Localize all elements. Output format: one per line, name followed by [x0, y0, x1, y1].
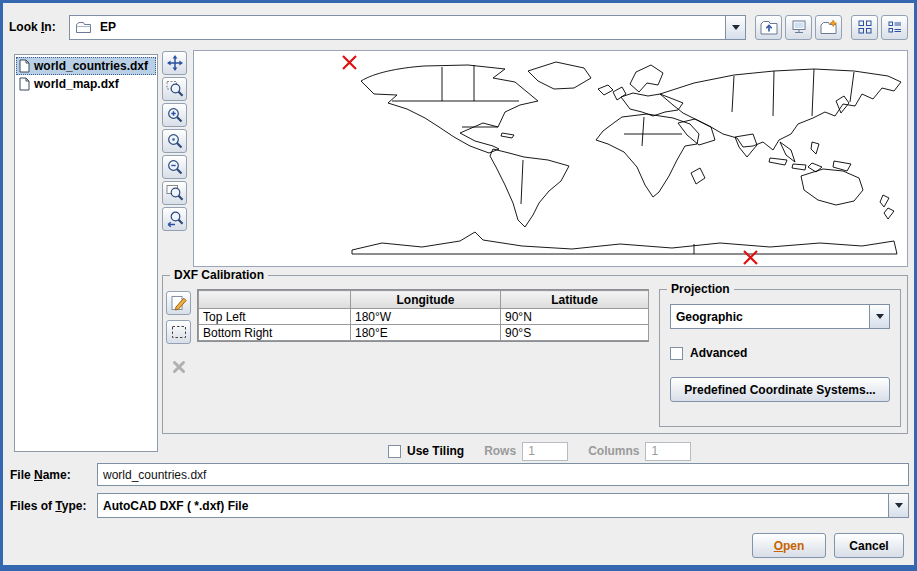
world-map-drawing [342, 54, 904, 260]
look-in-dropdown-button[interactable] [725, 16, 745, 39]
advanced-label: Advanced [690, 346, 747, 360]
map-preview-area [162, 50, 908, 267]
zoom-previous-icon [166, 210, 184, 228]
details-view-button[interactable] [881, 15, 908, 40]
desktop-button[interactable] [785, 15, 812, 40]
grid-view-button[interactable] [851, 15, 878, 40]
projection-title: Projection [667, 282, 734, 296]
advanced-checkbox[interactable] [670, 347, 683, 360]
dxf-calibration-group: DXF Calibration Longitude Latitude [162, 275, 908, 434]
latitude-cell[interactable]: 90°N [501, 309, 649, 325]
look-in-combobox[interactable]: EP [69, 15, 746, 40]
zoom-extents-icon [166, 184, 184, 202]
files-of-type-label-text2: ype: [62, 499, 87, 513]
files-of-type-label-text: Files of [10, 499, 55, 513]
dialog-actions: Open Cancel [752, 533, 904, 558]
pan-icon [166, 54, 184, 72]
delete-calibration-button [166, 355, 191, 379]
details-view-icon [887, 19, 903, 35]
look-in-label: Look In: [9, 20, 69, 34]
calibration-table: Longitude Latitude Top Left 180°W 90°N B… [197, 289, 649, 342]
tiling-row: Use Tiling Rows Columns [162, 440, 908, 462]
top-left-cross-marker[interactable] [341, 54, 358, 71]
projection-dropdown-button[interactable] [869, 305, 889, 328]
projection-combobox[interactable]: Geographic [670, 304, 890, 329]
zoom-in-icon [166, 106, 184, 124]
file-name-label-mnemonic: N [34, 468, 43, 482]
zoom-in-button[interactable] [162, 103, 187, 127]
delete-icon [170, 358, 188, 376]
zoom-out-icon [166, 158, 184, 176]
table-row-bottom-right: Bottom Right 180°E 90°S [199, 325, 649, 341]
look-in-label-text2: n: [44, 20, 55, 34]
use-tiling-label: Use Tiling [407, 444, 464, 458]
edit-calibration-button[interactable] [166, 291, 191, 315]
latitude-column-header: Latitude [501, 291, 649, 309]
new-folder-icon [820, 19, 838, 35]
projection-group: Projection Geographic Advanced Predefine… [659, 289, 901, 427]
columns-label: Columns [588, 444, 639, 458]
look-in-bar: Look In: EP [9, 14, 908, 40]
zoom-selected-icon [166, 132, 184, 150]
zoom-extents-button[interactable] [162, 181, 187, 205]
edit-icon [170, 294, 188, 312]
file-name-row: File Name: [10, 462, 909, 487]
file-list-item[interactable]: world_map.dxf [16, 75, 156, 93]
chevron-down-icon [732, 25, 740, 30]
rows-label: Rows [484, 444, 516, 458]
predefined-coordinate-systems-button[interactable]: Predefined Coordinate Systems... [670, 377, 890, 402]
file-list-item[interactable]: world_countries.dxf [16, 57, 156, 75]
open-dxf-file-dialog: Look In: EP [0, 0, 917, 571]
columns-input [645, 442, 691, 461]
file-name-label-text2: ame: [43, 468, 71, 482]
rows-input [522, 442, 568, 461]
latitude-cell[interactable]: 90°S [501, 325, 649, 341]
longitude-cell[interactable]: 180°W [351, 309, 501, 325]
file-name-input[interactable] [97, 463, 909, 486]
select-extent-button[interactable] [166, 320, 191, 344]
row-label-cell[interactable]: Top Left [199, 309, 351, 325]
file-name-label: File Name: [10, 468, 97, 482]
files-of-type-dropdown-button[interactable] [888, 494, 908, 517]
map-toolbar [162, 50, 190, 267]
map-preview-canvas[interactable] [193, 50, 908, 267]
up-folder-button[interactable] [755, 15, 782, 40]
use-tiling-checkbox[interactable] [388, 445, 401, 458]
longitude-column-header: Longitude [351, 291, 501, 309]
files-of-type-label: Files of Type: [10, 499, 97, 513]
look-in-label-text: Look [9, 20, 41, 34]
up-folder-icon [760, 19, 778, 35]
zoom-out-button[interactable] [162, 155, 187, 179]
bottom-right-cross-marker[interactable] [742, 249, 759, 266]
file-icon [19, 59, 30, 73]
new-folder-button[interactable] [815, 15, 842, 40]
file-name-label: world_countries.dxf [34, 59, 148, 73]
select-extent-icon [170, 323, 188, 341]
pan-button[interactable] [162, 51, 187, 75]
dxf-calibration-title: DXF Calibration [170, 268, 268, 282]
table-row-top-left: Top Left 180°W 90°N [199, 309, 649, 325]
cancel-button[interactable]: Cancel [834, 533, 904, 558]
corner-column-header [199, 291, 351, 309]
calibration-toolbar [166, 289, 197, 427]
zoom-window-button[interactable] [162, 77, 187, 101]
grid-view-icon [857, 19, 873, 35]
files-of-type-row: Files of Type: AutoCAD DXF ( *.dxf) File [10, 493, 909, 518]
row-label-cell[interactable]: Bottom Right [199, 325, 351, 341]
open-label-text2: pen [783, 539, 804, 553]
zoom-selected-button[interactable] [162, 129, 187, 153]
chevron-down-icon [876, 314, 884, 319]
file-list: world_countries.dxf world_map.dxf [14, 54, 158, 452]
files-of-type-combobox[interactable]: AutoCAD DXF ( *.dxf) File [97, 493, 909, 518]
projection-value: Geographic [671, 310, 869, 324]
file-name-label-text: File [10, 468, 34, 482]
look-in-value: EP [95, 20, 725, 34]
open-label-mnemonic: O [774, 539, 783, 553]
desktop-icon [791, 19, 807, 35]
chevron-down-icon [895, 503, 903, 508]
longitude-cell[interactable]: 180°E [351, 325, 501, 341]
file-name-label: world_map.dxf [34, 77, 119, 91]
open-button[interactable]: Open [752, 533, 826, 558]
zoom-previous-button[interactable] [162, 207, 187, 231]
zoom-window-icon [166, 80, 184, 98]
